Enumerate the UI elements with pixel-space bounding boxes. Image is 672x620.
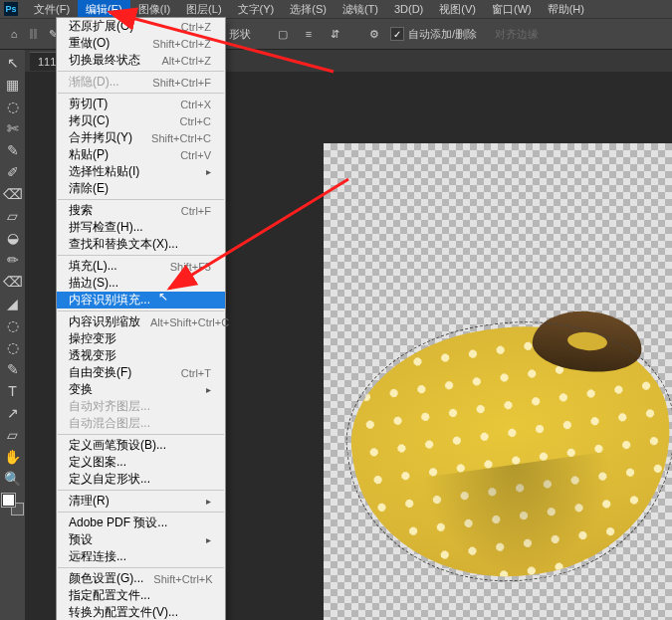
menu-item[interactable]: 定义图案... <box>57 454 225 471</box>
menu-item[interactable]: 指定配置文件... <box>57 587 225 604</box>
menu-select[interactable]: 选择(S) <box>282 0 335 19</box>
menu-item[interactable]: 清理(R) <box>57 493 225 510</box>
zoom-tool[interactable]: 🔍 <box>2 468 24 490</box>
dodge-tool[interactable]: ◌ <box>2 336 24 358</box>
menu-item[interactable]: 定义画笔预设(B)... <box>57 437 225 454</box>
move-tool[interactable]: ↖ <box>2 52 24 74</box>
hand-tool[interactable]: ✋ <box>2 446 24 468</box>
color-swatches[interactable] <box>2 494 24 516</box>
heal-tool[interactable]: ⌫ <box>2 183 24 205</box>
image-subject <box>353 327 672 576</box>
shape-tool[interactable]: ▱ <box>2 424 24 446</box>
menu-item[interactable]: 预设 <box>57 531 225 548</box>
tool-panel: ↖ ▦ ◌ ✄ ✎ ✐ ⌫ ▱ ◒ ✏ ⌫ ◢ ◌ ◌ ✎ T ↗ ▱ ✋ 🔍 <box>0 50 25 620</box>
history-brush-tool[interactable]: ✏ <box>2 249 24 271</box>
menu-item[interactable]: 定义自定形状... <box>57 471 225 488</box>
menu-item[interactable]: 内容识别填充... <box>57 292 225 309</box>
frame-tool[interactable]: ✎ <box>2 139 24 161</box>
path-combine-icon[interactable]: ▢ <box>273 24 293 44</box>
menu-item[interactable]: 自动混合图层... <box>57 415 225 432</box>
menu-item[interactable]: 合并拷贝(Y)Shift+Ctrl+C <box>57 129 225 146</box>
selection-marquee <box>333 301 672 602</box>
menu-item[interactable]: 搜索Ctrl+F <box>57 202 225 219</box>
menu-item[interactable]: 自由变换(F)Ctrl+T <box>57 364 225 381</box>
type-tool[interactable]: T <box>2 380 24 402</box>
menu-view[interactable]: 视图(V) <box>431 0 484 19</box>
menu-item[interactable]: Adobe PDF 预设... <box>57 515 225 531</box>
menu-layer[interactable]: 图层(L) <box>178 0 229 19</box>
gear-icon[interactable]: ⚙ <box>364 24 384 44</box>
menu-bar: Ps 文件(F) 编辑(E) 图像(I) 图层(L) 文字(Y) 选择(S) 滤… <box>0 0 672 18</box>
menu-item[interactable]: 渐隐(D)...Shift+Ctrl+F <box>57 74 225 91</box>
brush-tool[interactable]: ▱ <box>2 205 24 227</box>
crop-tool[interactable]: ✄ <box>2 117 24 139</box>
eraser-tool[interactable]: ⌫ <box>2 271 24 293</box>
menu-item[interactable]: 透视变形 <box>57 347 225 364</box>
stamp-tool[interactable]: ◒ <box>2 227 24 249</box>
menu-item[interactable]: 拼写检查(H)... <box>57 219 225 236</box>
menu-filter[interactable]: 滤镜(T) <box>335 0 386 19</box>
gradient-tool[interactable]: ◢ <box>2 293 24 314</box>
grip-icon <box>30 29 37 39</box>
home-icon[interactable]: ⌂ <box>4 24 24 44</box>
lasso-tool[interactable]: ◌ <box>2 96 24 117</box>
marquee-tool[interactable]: ▦ <box>2 74 24 96</box>
checkbox-icon[interactable]: ✓ <box>390 27 404 41</box>
menu-item[interactable]: 粘贴(P)Ctrl+V <box>57 146 225 163</box>
menu-help[interactable]: 帮助(H) <box>540 0 592 19</box>
blur-tool[interactable]: ◌ <box>2 314 24 336</box>
menu-window[interactable]: 窗口(W) <box>484 0 540 19</box>
menu-type[interactable]: 文字(Y) <box>230 0 283 19</box>
path-align-icon[interactable]: ≡ <box>299 24 319 44</box>
menu-item[interactable]: 转换为配置文件(V)... <box>57 604 225 620</box>
menu-file[interactable]: 文件(F) <box>26 0 78 19</box>
menu-item[interactable]: 切换最终状态Alt+Ctrl+Z <box>57 52 225 69</box>
auto-add-delete[interactable]: ✓ 自动添加/删除 <box>390 27 477 42</box>
menu-item[interactable]: 选择性粘贴(I) <box>57 163 225 180</box>
menu-item[interactable]: 清除(E) <box>57 180 225 197</box>
menu-item[interactable]: 操控变形 <box>57 330 225 347</box>
menu-item[interactable]: 变换 <box>57 381 225 398</box>
menu-item[interactable]: 自动对齐图层... <box>57 398 225 415</box>
menu-item[interactable]: 描边(S)... <box>57 275 225 292</box>
menu-3d[interactable]: 3D(D) <box>386 1 431 17</box>
menu-item[interactable]: 远程连接... <box>57 548 225 565</box>
pen-tool[interactable]: ✎ <box>2 358 24 380</box>
menu-item[interactable]: 内容识别缩放Alt+Shift+Ctrl+C <box>57 313 225 330</box>
menu-item[interactable]: 还原扩展(O)Ctrl+Z <box>57 18 225 35</box>
menu-item[interactable]: 颜色设置(G)...Shift+Ctrl+K <box>57 570 225 587</box>
shape-label[interactable]: 形状 <box>229 27 251 42</box>
document-canvas[interactable] <box>324 143 672 620</box>
path-select-tool[interactable]: ↗ <box>2 402 24 424</box>
menu-image[interactable]: 图像(I) <box>130 0 178 19</box>
auto-label: 自动添加/删除 <box>408 27 477 42</box>
menu-item[interactable]: 重做(O)Shift+Ctrl+Z <box>57 35 225 52</box>
fg-color[interactable] <box>2 494 15 507</box>
menu-item[interactable]: 拷贝(C)Ctrl+C <box>57 112 225 129</box>
menu-item[interactable]: 查找和替换文本(X)... <box>57 236 225 253</box>
menu-edit[interactable]: 编辑(E) <box>78 0 130 19</box>
eyedropper-tool[interactable]: ✐ <box>2 161 24 183</box>
align-edges-label: 对齐边缘 <box>495 27 539 42</box>
menu-item[interactable]: 剪切(T)Ctrl+X <box>57 96 225 112</box>
path-arrange-icon[interactable]: ⇵ <box>325 24 344 44</box>
app-icon: Ps <box>4 2 18 16</box>
edit-dropdown-menu: 还原扩展(O)Ctrl+Z重做(O)Shift+Ctrl+Z切换最终状态Alt+… <box>56 17 226 620</box>
menu-item[interactable]: 填充(L)...Shift+F5 <box>57 258 225 275</box>
